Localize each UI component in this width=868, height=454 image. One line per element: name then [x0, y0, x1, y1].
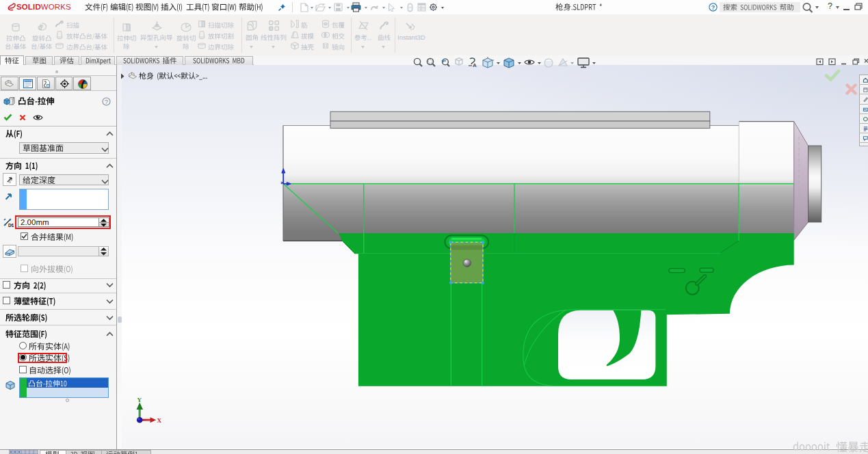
svg-text:Y: Y — [137, 397, 142, 403]
svg-text:X: X — [157, 417, 162, 424]
svg-text:?: ? — [711, 4, 715, 11]
svg-text:D1: D1 — [8, 223, 14, 228]
svg-text:?: ? — [105, 98, 108, 105]
